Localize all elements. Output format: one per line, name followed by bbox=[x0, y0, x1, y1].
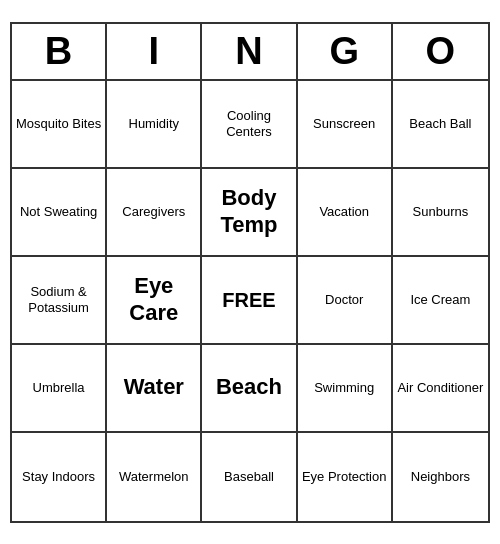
bingo-cell-1: Humidity bbox=[107, 81, 202, 169]
bingo-cell-0: Mosquito Bites bbox=[12, 81, 107, 169]
bingo-cell-13: Doctor bbox=[298, 257, 393, 345]
bingo-cell-19: Air Conditioner bbox=[393, 345, 488, 433]
bingo-cell-8: Vacation bbox=[298, 169, 393, 257]
bingo-letter-o: O bbox=[393, 24, 488, 79]
bingo-cell-24: Neighbors bbox=[393, 433, 488, 521]
bingo-cell-9: Sunburns bbox=[393, 169, 488, 257]
bingo-letter-i: I bbox=[107, 24, 202, 79]
bingo-cell-17: Beach bbox=[202, 345, 297, 433]
bingo-cell-7: Body Temp bbox=[202, 169, 297, 257]
bingo-grid: Mosquito BitesHumidityCooling CentersSun… bbox=[12, 81, 488, 521]
bingo-letter-n: N bbox=[202, 24, 297, 79]
bingo-cell-6: Caregivers bbox=[107, 169, 202, 257]
bingo-cell-12: FREE bbox=[202, 257, 297, 345]
bingo-header: BINGO bbox=[12, 24, 488, 81]
bingo-cell-4: Beach Ball bbox=[393, 81, 488, 169]
bingo-cell-15: Umbrella bbox=[12, 345, 107, 433]
bingo-cell-20: Stay Indoors bbox=[12, 433, 107, 521]
bingo-cell-21: Watermelon bbox=[107, 433, 202, 521]
bingo-cell-3: Sunscreen bbox=[298, 81, 393, 169]
bingo-cell-22: Baseball bbox=[202, 433, 297, 521]
bingo-cell-2: Cooling Centers bbox=[202, 81, 297, 169]
bingo-cell-23: Eye Protection bbox=[298, 433, 393, 521]
bingo-cell-16: Water bbox=[107, 345, 202, 433]
bingo-letter-g: G bbox=[298, 24, 393, 79]
bingo-card: BINGO Mosquito BitesHumidityCooling Cent… bbox=[10, 22, 490, 523]
bingo-letter-b: B bbox=[12, 24, 107, 79]
bingo-cell-11: Eye Care bbox=[107, 257, 202, 345]
bingo-cell-10: Sodium & Potassium bbox=[12, 257, 107, 345]
bingo-cell-5: Not Sweating bbox=[12, 169, 107, 257]
bingo-cell-14: Ice Cream bbox=[393, 257, 488, 345]
bingo-cell-18: Swimming bbox=[298, 345, 393, 433]
